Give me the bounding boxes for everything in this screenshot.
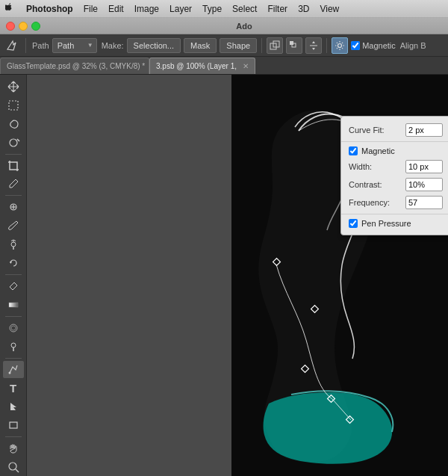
align-label: Align B: [400, 41, 426, 50]
close-window-button[interactable]: [6, 22, 15, 31]
selection-button[interactable]: Selection...: [127, 38, 181, 53]
contrast-input[interactable]: [405, 178, 443, 191]
path-label: Path: [32, 41, 49, 50]
move-tool-button[interactable]: [3, 78, 24, 96]
width-label: Width:: [349, 162, 401, 171]
gear-settings-button[interactable]: [332, 37, 348, 54]
side-separator-1: [5, 154, 22, 155]
side-separator-6: [5, 436, 22, 437]
popup-divider-1: [341, 141, 448, 142]
side-toolbar: T: [0, 75, 27, 476]
contrast-label: Contrast:: [349, 180, 401, 189]
svg-point-24: [9, 463, 16, 470]
combine-paths-icon[interactable]: [267, 37, 283, 54]
minimize-window-button[interactable]: [19, 22, 28, 31]
curve-fit-input[interactable]: [405, 123, 443, 137]
side-separator-2: [5, 195, 22, 196]
separator-2: [261, 38, 262, 53]
view-menu[interactable]: View: [314, 2, 344, 16]
frequency-input[interactable]: [405, 196, 443, 209]
dodge-tool-button[interactable]: [3, 338, 24, 356]
magnetic-popup-checkbox[interactable]: [349, 146, 358, 155]
path-operations-icon[interactable]: [286, 37, 302, 54]
magnetic-checkbox-label[interactable]: Magnetic: [351, 41, 396, 50]
file-menu[interactable]: File: [78, 2, 103, 16]
side-separator-4: [5, 316, 22, 317]
svg-marker-5: [312, 41, 315, 43]
separator-3: [326, 38, 327, 53]
svg-point-22: [8, 372, 10, 374]
type-menu[interactable]: Type: [197, 2, 227, 16]
svg-point-7: [338, 43, 342, 47]
text-tool-letter: T: [10, 382, 16, 395]
doc-tab-1-label: GlassTemplate.psd @ 32% (3, CMYK/8) *: [7, 62, 145, 70]
frequency-label: Frequency:: [349, 198, 401, 207]
svg-line-10: [13, 182, 17, 186]
curve-fit-row: Curve Fit:: [341, 121, 448, 139]
width-input[interactable]: [405, 160, 443, 173]
filter-menu[interactable]: Filter: [262, 2, 293, 16]
document-tab-2[interactable]: 3.psb @ 100% (Layer 1, ✕: [149, 58, 255, 74]
canvas-background: Curve Fit: Magnetic Width: Contrast:: [27, 75, 448, 476]
path-alignment-icon[interactable]: [305, 37, 322, 54]
edit-menu[interactable]: Edit: [103, 2, 129, 16]
shape-button[interactable]: Shape: [220, 38, 257, 53]
doc-tab-2-label: 3.psb @ 100% (Layer 1,: [156, 62, 237, 70]
svg-point-14: [11, 242, 16, 247]
side-separator-3: [5, 274, 22, 275]
curve-fit-label: Curve Fit:: [349, 126, 401, 135]
path-dropdown[interactable]: Path: [52, 38, 97, 53]
text-tool-button[interactable]: T: [3, 379, 24, 397]
select-menu[interactable]: Select: [227, 2, 262, 16]
magnetic-checkbox[interactable]: [351, 41, 360, 50]
traffic-lights: [6, 22, 40, 31]
width-row: Width:: [341, 158, 448, 176]
image-menu[interactable]: Image: [129, 2, 164, 16]
svg-rect-23: [10, 422, 17, 428]
menu-bar: Photoshop File Edit Image Layer Type Sel…: [0, 0, 448, 18]
magnetic-popup-label: Magnetic: [361, 146, 395, 155]
blur-tool-button[interactable]: [3, 319, 24, 337]
3d-menu[interactable]: 3D: [293, 2, 314, 16]
pen-pressure-label: Pen Pressure: [361, 219, 411, 228]
clone-stamp-tool-button[interactable]: [3, 235, 24, 253]
layer-menu[interactable]: Layer: [164, 2, 197, 16]
svg-point-20: [11, 343, 16, 347]
lasso-tool-button[interactable]: [3, 115, 24, 133]
document-tab-1[interactable]: GlassTemplate.psd @ 32% (3, CMYK/8) * ✕: [0, 58, 149, 74]
svg-rect-17: [9, 303, 18, 307]
make-label: Make:: [102, 41, 124, 50]
shape-tool-button[interactable]: [3, 416, 24, 434]
eyedropper-tool-button[interactable]: [3, 176, 24, 194]
document-tabs: GlassTemplate.psd @ 32% (3, CMYK/8) * ✕ …: [0, 57, 448, 75]
svg-point-19: [11, 326, 16, 330]
hand-tool-button[interactable]: [3, 439, 24, 457]
gradient-tool-button[interactable]: [3, 296, 24, 314]
pen-tool-button[interactable]: [3, 361, 24, 379]
healing-brush-tool-button[interactable]: [3, 198, 24, 216]
canvas-area: Curve Fit: Magnetic Width: Contrast:: [27, 75, 448, 476]
pen-pressure-checkbox[interactable]: [349, 219, 358, 228]
brush-tool-button[interactable]: [3, 217, 24, 235]
crop-tool-button[interactable]: [3, 157, 24, 175]
svg-point-9: [10, 139, 17, 146]
photoshop-menu[interactable]: Photoshop: [21, 2, 78, 16]
current-tool-icon: [3, 37, 21, 55]
magnetic-text: Magnetic: [362, 41, 396, 50]
magnetic-row: Magnetic: [341, 144, 448, 158]
svg-marker-6: [312, 48, 315, 50]
history-brush-tool-button[interactable]: [3, 254, 24, 272]
mask-button[interactable]: Mask: [184, 38, 217, 53]
curve-fit-popup: Curve Fit: Magnetic Width: Contrast:: [340, 116, 448, 235]
marquee-tool-button[interactable]: [3, 96, 24, 114]
path-select-tool-button[interactable]: [3, 398, 24, 415]
eraser-tool-button[interactable]: [3, 277, 24, 295]
popup-divider-2: [341, 214, 448, 214]
doc-tab-2-close[interactable]: ✕: [243, 62, 249, 70]
separator-1: [25, 38, 26, 53]
quick-select-tool-button[interactable]: [3, 134, 24, 152]
apple-logo-icon[interactable]: [3, 2, 18, 15]
zoom-tool-button[interactable]: [3, 458, 24, 476]
svg-line-25: [16, 469, 19, 472]
maximize-window-button[interactable]: [31, 22, 40, 31]
